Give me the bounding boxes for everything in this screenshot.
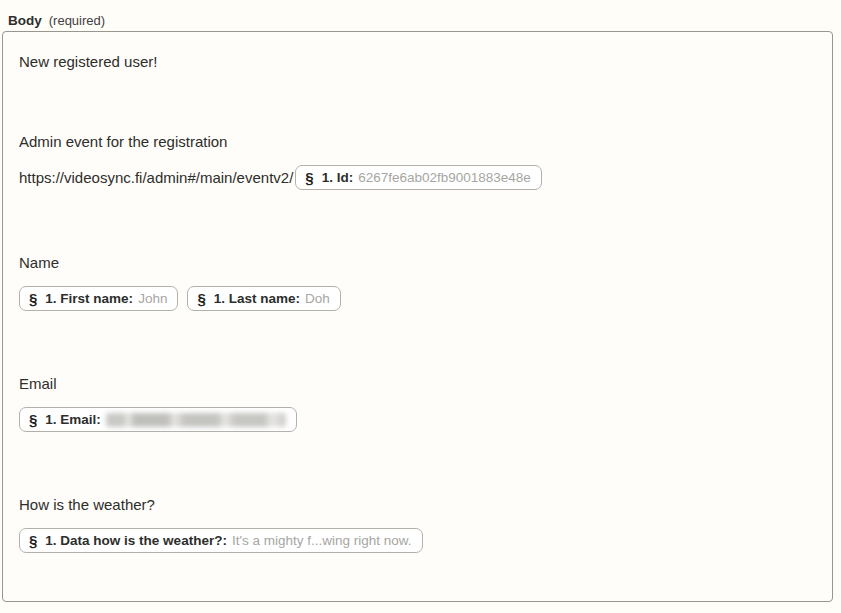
editor-line-email-pill: § 1. Email: xyxy=(19,407,816,432)
section-icon: § xyxy=(305,166,313,190)
redacted-email-value xyxy=(106,413,286,427)
editor-line-email-heading: Email xyxy=(19,373,816,395)
url-prefix-text: https://videosync.fi/admin#/main/eventv2… xyxy=(19,166,293,190)
token-pill-weather[interactable]: § 1. Data how is the weather?: It's a mi… xyxy=(19,528,423,553)
token-label: 1. Id: xyxy=(322,166,354,190)
field-label: Body xyxy=(8,13,42,28)
editor-line-weather-heading: How is the weather? xyxy=(19,494,816,516)
token-label: 1. Email: xyxy=(45,412,101,427)
field-required-note: (required) xyxy=(49,13,105,28)
section-icon: § xyxy=(29,532,37,549)
token-pill-last-name[interactable]: § 1. Last name: Doh xyxy=(187,286,340,311)
section-icon: § xyxy=(29,411,37,428)
section-icon: § xyxy=(29,290,37,307)
editor-line-url: https://videosync.fi/admin#/main/eventv2… xyxy=(19,165,816,190)
token-value: Doh xyxy=(305,291,330,306)
token-label: 1. Data how is the weather?: xyxy=(45,533,227,548)
token-pill-first-name[interactable]: § 1. First name: John xyxy=(19,286,178,311)
editor-line-greeting: New registered user! xyxy=(19,51,816,73)
section-icon: § xyxy=(197,290,205,307)
token-value: It's a mighty f...wing right now. xyxy=(232,533,412,548)
token-pill-id[interactable]: § 1. Id: 6267fe6ab02fb9001883e48e xyxy=(295,165,542,190)
editor-line-admin-heading: Admin event for the registration xyxy=(19,131,816,153)
body-rich-text-editor[interactable]: New registered user! Admin event for the… xyxy=(2,31,833,602)
editor-line-name-pills: § 1. First name: John § 1. Last name: Do… xyxy=(19,286,816,311)
token-label: 1. Last name: xyxy=(214,291,300,306)
editor-line-name-heading: Name xyxy=(19,252,816,274)
editor-line-weather-pill: § 1. Data how is the weather?: It's a mi… xyxy=(19,528,816,553)
field-label-row: Body (required) xyxy=(8,13,105,28)
token-pill-email[interactable]: § 1. Email: xyxy=(19,407,297,432)
token-label: 1. First name: xyxy=(45,291,133,306)
token-value: John xyxy=(138,291,167,306)
token-value: 6267fe6ab02fb9001883e48e xyxy=(358,166,531,190)
